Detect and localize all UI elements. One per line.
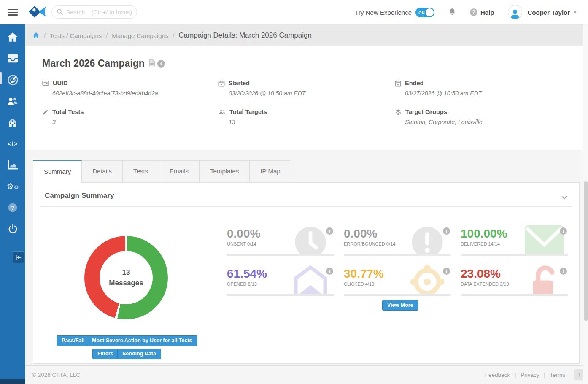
filters-button[interactable]: Filters <box>92 349 119 359</box>
pass-fail-button[interactable]: Pass/Fail <box>57 335 89 346</box>
sidebar-item-logout[interactable] <box>0 219 25 240</box>
stat-underline <box>461 294 568 296</box>
collapse-arrow-icon <box>15 254 22 260</box>
new-experience-toggle[interactable]: ON <box>415 8 434 17</box>
field-uuid: UUID 682eff3c-a88d-40cb-af73-bd9fedab4d2… <box>42 80 158 97</box>
pdf-export-icon[interactable]: PDF <box>149 59 155 68</box>
avatar[interactable] <box>508 5 522 19</box>
hamburger-menu-icon[interactable] <box>8 9 18 16</box>
total-targets-label: Total Targets <box>229 108 267 115</box>
active-item-indicator <box>0 72 2 84</box>
info-icon[interactable]: i <box>326 227 333 235</box>
help-label: Help <box>480 9 494 16</box>
info-icon[interactable]: i <box>443 227 450 235</box>
sidebar-item-inbox[interactable] <box>0 48 25 70</box>
stat-tile-delivered: 100.00% DELIVERED 14/14 i <box>461 227 568 257</box>
chevron-down-icon[interactable]: ▼ <box>573 10 577 15</box>
footer-links: Feedback | Privacy | Terms <box>485 372 565 378</box>
stat-underline <box>227 294 334 296</box>
stat-percentage: 30.77% <box>344 267 451 280</box>
collapse-panel-chevron-icon[interactable] <box>561 194 567 201</box>
sending-data-button[interactable]: Sending Data <box>117 349 161 359</box>
stat-percentage: 100.00% <box>461 227 568 240</box>
pencil-icon <box>42 109 49 115</box>
layers-icon <box>395 109 402 115</box>
page-footer: © 2026 CTTA, LLC Feedback | Privacy | Te… <box>25 365 588 384</box>
sidebar-item-reports[interactable] <box>0 154 25 176</box>
brand-fish-logo[interactable] <box>28 5 49 22</box>
sidebar-item-code[interactable]: </> <box>0 133 25 155</box>
tab-details[interactable]: Details <box>82 160 123 182</box>
uuid-value: 682eff3c-a88d-40cb-af73-bd9fedab4d2a <box>52 90 158 97</box>
breadcrumb-item-tests-campaigns[interactable]: Tests / Campaigns <box>50 32 102 39</box>
info-icon[interactable]: i <box>560 268 567 275</box>
most-severe-action-button[interactable]: Most Severe Action by User for all Tests <box>87 335 197 346</box>
stat-underline <box>461 254 568 256</box>
stat-label: UNSENT 0/14 <box>227 241 334 246</box>
field-total-targets: Total Targets 13 <box>218 108 267 125</box>
sidebar-item-users[interactable] <box>0 91 25 112</box>
panel-title: Campaign Summary <box>45 192 114 200</box>
stat-tile-opened: 61.54% OPENED 8/13 i <box>227 267 334 297</box>
sidebar-collapse-button[interactable] <box>13 251 24 263</box>
scrollbar-thumb[interactable] <box>584 181 588 321</box>
tab-summary[interactable]: Summary <box>33 160 82 183</box>
user-name[interactable]: Cooper Taylor <box>528 9 570 16</box>
vertical-scrollbar[interactable] <box>583 24 588 384</box>
power-icon <box>8 224 18 234</box>
breadcrumb-separator: / <box>44 32 46 39</box>
help-menu[interactable]: ? Help <box>470 8 494 16</box>
navbar-right-cluster: Try New Experience ON ? Help Cooper Tayl… <box>355 0 577 24</box>
stat-label: ERROR/BOUNCED 0/14 <box>344 241 451 246</box>
total-tests-label: Total Tests <box>52 108 84 115</box>
uuid-label: UUID <box>53 80 67 87</box>
footer-separator: | <box>544 372 545 378</box>
search-input[interactable] <box>51 5 137 19</box>
copyright-text: © 2026 CTTA, LLC <box>32 372 80 378</box>
app-window: Try New Experience ON ? Help Cooper Tayl… <box>0 0 588 384</box>
feedback-link[interactable]: Feedback <box>485 372 510 378</box>
home-breadcrumb-icon[interactable] <box>32 32 40 39</box>
terms-link[interactable]: Terms <box>550 372 565 378</box>
donut-center-value: 13 <box>122 267 130 278</box>
info-icon[interactable]: i <box>326 268 333 275</box>
tab-tests[interactable]: Tests <box>123 160 159 182</box>
calendar-check-icon <box>218 80 225 87</box>
breadcrumb-separator: / <box>106 32 108 39</box>
field-ended: Ended 03/27/2026 @ 10:50 am EDT <box>395 80 482 97</box>
privacy-link[interactable]: Privacy <box>521 372 539 378</box>
sidebar-item-help[interactable]: ? <box>0 197 25 219</box>
campaign-summary-panel: Campaign Summary 13 Messages 0.00% UNSEN… <box>33 182 580 364</box>
gears-icon: ⚙⚙ <box>7 182 19 190</box>
toggle-knob[interactable] <box>426 8 434 16</box>
view-more-button[interactable]: View More <box>382 300 418 311</box>
stat-underline <box>227 254 334 256</box>
sidebar-item-training[interactable] <box>0 112 25 133</box>
sidebar-item-phishing-campaigns[interactable] <box>0 69 25 91</box>
notifications-bell-icon[interactable] <box>448 7 456 18</box>
tab-ip-map[interactable]: IP Map <box>250 160 291 182</box>
stat-underline <box>344 254 451 256</box>
stat-percentage: 23.08% <box>461 267 568 280</box>
breadcrumb-current: Campaign Details: March 2026 Campaign <box>178 31 312 40</box>
donut-chart[interactable]: 13 Messages <box>84 236 168 319</box>
help-question-icon: ? <box>470 8 477 16</box>
chart-icon <box>7 160 18 170</box>
tab-templates[interactable]: Templates <box>200 160 250 182</box>
sidebar-item-settings[interactable]: ⚙⚙ <box>0 176 25 197</box>
tab-emails[interactable]: Emails <box>159 160 200 182</box>
id-card-icon <box>42 80 49 86</box>
back-button-icon[interactable]: ‹ <box>157 60 165 68</box>
sidebar-item-home[interactable] <box>0 27 25 48</box>
search-icon <box>57 8 63 15</box>
breadcrumb-item-manage-campaigns[interactable]: Manage Campaigns <box>112 32 168 39</box>
inbox-icon <box>7 54 19 63</box>
info-icon[interactable]: i <box>560 227 567 235</box>
stat-percentage: 0.00% <box>227 227 334 240</box>
stat-percentage: 61.54% <box>227 267 334 280</box>
code-icon: </> <box>8 140 18 147</box>
svg-text:PDF: PDF <box>150 63 154 65</box>
svg-text:?: ? <box>11 205 14 211</box>
field-target-groups: Target Groups Stanton, Corporate, Louisv… <box>395 108 483 125</box>
info-icon[interactable]: i <box>443 268 450 275</box>
